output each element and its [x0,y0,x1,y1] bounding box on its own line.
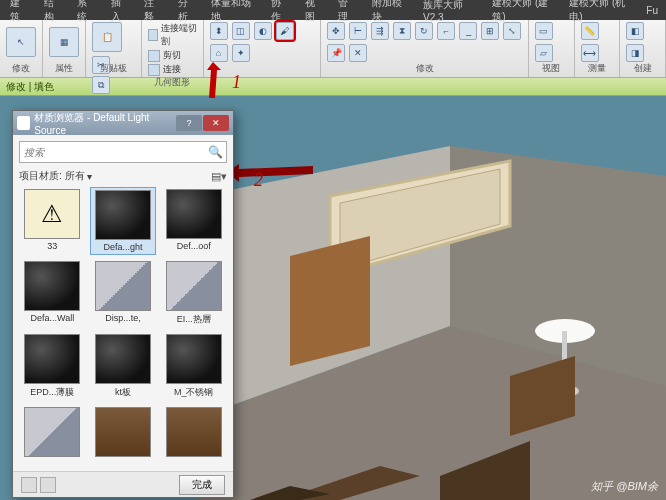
align-icon[interactable]: ⊢ [349,22,367,40]
material-thumbnail [95,407,151,457]
split-icon[interactable]: ⎯ [459,22,477,40]
ribbon-group-create: ◧◨ 创建 [620,20,666,77]
material-item[interactable]: EI...热層 [160,259,227,328]
move-icon[interactable]: ✥ [327,22,345,40]
material-item[interactable]: Defa...Wall [19,259,86,328]
library-icon[interactable] [40,477,56,493]
tool-icon[interactable]: ◐ [254,22,272,40]
cope-icon [148,29,158,41]
copy-icon[interactable]: ⧉ [92,76,110,94]
ribbon-group-view: ▭▱ 视图 [529,20,575,77]
material-item[interactable]: Disp...te, [90,259,157,328]
group-label: 剪贴板 [92,62,135,75]
view-icon[interactable]: ▭ [535,22,553,40]
material-item[interactable] [90,405,157,461]
select-icon[interactable]: ↖ [6,27,36,57]
search-icon[interactable]: 🔍 [204,142,226,162]
ribbon-group-geometry: 连接端切割 剪切 连接 几何图形 [142,20,204,77]
material-thumbnail [95,261,151,311]
done-button[interactable]: 完成 [179,475,225,495]
cut-geom-icon [148,50,160,62]
ribbon-group-modify: ✥ ⊢ ⇶ ⧗ ↻ ⌐ ⎯ ⊞ ⤡ 📌 ✕ 修改 [321,20,529,77]
material-thumbnail [24,334,80,384]
material-label: Defa...Wall [30,313,74,323]
tool-icon[interactable]: ◫ [232,22,250,40]
scale-icon[interactable]: ⤡ [503,22,521,40]
delete-icon[interactable]: ✕ [349,44,367,62]
material-label: Def...oof [177,241,211,251]
tool-icon[interactable]: ⌂ [210,44,228,62]
dialog-title: 材质浏览器 - Default Light Source [34,111,176,136]
dialog-footer: 完成 [13,471,233,497]
ribbon-tabs: 建筑 结构 系统 插入 注释 分析 体量和场地 协作 视图 管理 附加模块 族库… [0,0,666,20]
tool-icon[interactable]: ⬍ [210,22,228,40]
help-button[interactable]: ? [176,115,202,131]
material-browser-dialog: 材质浏览器 - Default Light Source ? ✕ 🔍 项目材质:… [12,110,234,498]
material-thumbnail [95,190,151,240]
material-thumbnail [166,189,222,239]
properties-icon[interactable]: ▦ [49,27,79,57]
tab-fu[interactable]: Fu [638,2,666,19]
cope-item[interactable]: 连接端切割 [148,22,197,48]
group-label: 视图 [535,62,568,75]
material-thumbnail [166,407,222,457]
create-icon[interactable]: ◧ [626,22,644,40]
material-label: 33 [47,241,57,251]
paint-icon[interactable]: 🖌 [276,22,294,40]
cut-geom-item[interactable]: 剪切 [148,49,197,62]
material-item[interactable]: M_不锈钢 [160,332,227,401]
material-label: Defa...ght [103,242,142,252]
material-thumbnail: ⚠ [24,189,80,239]
material-thumbnail [166,261,222,311]
paste-icon[interactable]: 📋 [92,22,122,52]
rotate-icon[interactable]: ↻ [415,22,433,40]
offset-icon[interactable]: ⇶ [371,22,389,40]
dialog-icon [17,116,30,130]
material-thumbnail [95,334,151,384]
material-item[interactable]: EPD...薄膜 [19,332,86,401]
material-item[interactable]: Def...oof [160,187,227,255]
dialog-titlebar[interactable]: 材质浏览器 - Default Light Source ? ✕ [13,111,233,135]
chevron-down-icon: ▾ [87,171,92,182]
tool-icon[interactable]: ✦ [232,44,250,62]
group-label: 修改 [6,62,36,75]
ribbon-group-measure: 📏⟷ 测量 [575,20,621,77]
join-icon [148,64,160,76]
group-label: 几何图形 [148,76,197,89]
search-input[interactable] [20,142,204,162]
mirror-icon[interactable]: ⧗ [393,22,411,40]
material-thumbnail [24,261,80,311]
array-icon[interactable]: ⊞ [481,22,499,40]
material-item[interactable]: kt板 [90,332,157,401]
material-label: EPD...薄膜 [30,386,74,399]
group-label: 测量 [581,62,614,75]
group-label: 创建 [626,62,659,75]
material-label: kt板 [115,386,131,399]
add-material-icon[interactable] [21,477,37,493]
join-item[interactable]: 连接 [148,63,197,76]
material-item[interactable] [160,405,227,461]
material-item[interactable] [19,405,86,461]
ribbon-group-clipboard: 📋 ✂ ⧉ 剪贴板 [86,20,142,77]
view-mode-toggle[interactable]: ▤▾ [211,170,227,183]
trim-icon[interactable]: ⌐ [437,22,455,40]
material-label: Disp...te, [105,313,141,323]
view-icon[interactable]: ▱ [535,44,553,62]
search-box: 🔍 [19,141,227,163]
group-label: 修改 [327,62,522,75]
material-filter-dropdown[interactable]: 项目材质: 所有▾ [19,169,92,183]
close-button[interactable]: ✕ [203,115,229,131]
create-icon[interactable]: ◨ [626,44,644,62]
ribbon-group-select: ↖ 修改 [0,20,43,77]
material-thumbnail [166,334,222,384]
material-item[interactable]: Defa...ght [90,187,157,255]
ribbon-group-geom-tools: ⬍ ◫ ◐ 🖌 ⌂ ✦ [204,20,322,77]
group-label: 属性 [49,62,79,75]
material-label: EI...热層 [177,313,211,326]
dim-icon[interactable]: ⟷ [581,44,599,62]
material-thumbnail [24,407,80,457]
material-item[interactable]: ⚠33 [19,187,86,255]
measure-icon[interactable]: 📏 [581,22,599,40]
pin-icon[interactable]: 📌 [327,44,345,62]
ribbon-group-props: ▦ 属性 [43,20,86,77]
